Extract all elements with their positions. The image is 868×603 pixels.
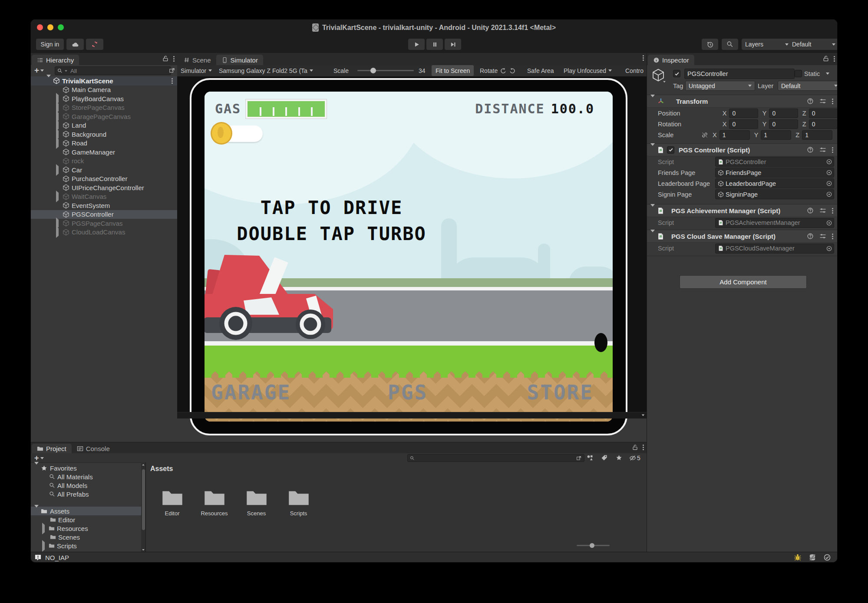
static-caret[interactable] — [826, 72, 829, 75]
add-component-button[interactable]: Add Component — [680, 275, 807, 289]
presets-icon[interactable] — [819, 98, 826, 105]
project-search-input[interactable] — [416, 455, 574, 462]
kebab-menu-icon[interactable] — [832, 234, 833, 239]
slider-handle[interactable] — [590, 543, 594, 548]
hierarchy-item[interactable]: Road — [31, 139, 177, 148]
script-object-field[interactable]: PGSController — [715, 157, 834, 167]
asset-folder[interactable]: Scenes — [235, 487, 277, 517]
create-object-button[interactable]: + — [34, 66, 44, 74]
signin-page-object-field[interactable]: SigninPage — [715, 189, 834, 199]
scale-y-field[interactable]: 1 — [761, 130, 791, 140]
presets-icon[interactable] — [819, 146, 826, 153]
minimize-button[interactable] — [47, 24, 53, 30]
create-asset-button[interactable]: + — [34, 454, 44, 463]
hierarchy-item[interactable]: GameManager — [31, 148, 177, 157]
simulator-mode-dropdown[interactable]: Simulator — [181, 65, 212, 76]
play-unfocused-dropdown[interactable]: Play Unfocused — [564, 65, 612, 76]
search-by-type-icon[interactable] — [587, 455, 593, 461]
tab-console[interactable]: Console — [72, 444, 115, 453]
hierarchy-item[interactable]: Main Camera — [31, 86, 177, 95]
favorites-item[interactable]: All Prefabs — [31, 490, 141, 498]
tree-folder[interactable]: Scenes — [31, 533, 141, 541]
project-search-field[interactable] — [407, 454, 584, 462]
device-dropdown[interactable]: Samsung Galaxy Z Fold2 5G (Ta — [219, 65, 313, 76]
tag-dropdown[interactable]: Untagged — [685, 81, 755, 91]
assets-root-selected[interactable]: Assets — [31, 507, 141, 515]
tab-hierarchy[interactable]: Hierarchy — [32, 55, 79, 65]
kebab-menu-icon[interactable] — [832, 147, 833, 153]
layers-dropdown[interactable]: Layers — [742, 39, 792, 50]
object-picker-icon[interactable] — [826, 220, 832, 226]
scroll-down-icon[interactable] — [642, 415, 644, 416]
position-x-field[interactable]: 0 — [729, 109, 758, 118]
hierarchy-item[interactable]: EventSystem — [31, 201, 177, 210]
fit-to-screen-button[interactable]: Fit to Screen — [432, 65, 474, 76]
asset-folder[interactable]: Resources — [193, 487, 235, 517]
icon-picker-caret[interactable] — [663, 81, 666, 83]
zoom-button[interactable] — [58, 24, 64, 30]
store-button[interactable]: STORE — [527, 381, 594, 404]
lock-icon[interactable] — [632, 444, 638, 451]
hierarchy-item[interactable]: Land — [31, 121, 177, 130]
search-button[interactable] — [722, 39, 738, 50]
help-icon[interactable] — [807, 207, 814, 214]
active-checkbox[interactable] — [673, 70, 680, 77]
object-picker-icon[interactable] — [826, 245, 832, 252]
tab-scene[interactable]: Scene — [178, 55, 216, 65]
transform-header[interactable]: Transform — [647, 95, 837, 108]
hierarchy-item[interactable]: GaragePageCanvas — [31, 112, 177, 121]
layer-dropdown[interactable]: Default — [778, 81, 837, 91]
tree-folder[interactable]: Editor — [31, 515, 141, 524]
help-icon[interactable] — [807, 146, 814, 153]
favorites-star-icon[interactable] — [616, 455, 622, 461]
rotate-left-icon[interactable] — [500, 67, 507, 74]
lock-icon[interactable] — [822, 55, 829, 62]
favorites-root[interactable]: Favorites — [31, 464, 141, 472]
kebab-menu-icon[interactable] — [643, 445, 644, 450]
kebab-menu-icon[interactable] — [173, 56, 175, 62]
hierarchy-item[interactable]: StorePageCanvas — [31, 103, 177, 112]
hierarchy-item[interactable]: rock — [31, 157, 177, 166]
scale-x-field[interactable]: 1 — [719, 130, 750, 140]
horizontal-scrollbar[interactable] — [177, 412, 647, 418]
version-control-button[interactable] — [86, 39, 103, 50]
kebab-menu-icon[interactable] — [834, 56, 835, 62]
game-screen[interactable]: GAS DISTANCE100.0 TAP TO DRIVE DOUBLE TA… — [205, 92, 613, 422]
hierarchy-search-input[interactable] — [69, 67, 168, 75]
hierarchy-item[interactable]: Background — [31, 130, 177, 139]
kebab-menu-icon[interactable] — [832, 208, 833, 214]
debugger-bug-icon[interactable] — [794, 554, 802, 561]
asset-folder[interactable]: Scripts — [277, 487, 320, 517]
position-y-field[interactable]: 0 — [769, 109, 798, 118]
close-button[interactable] — [37, 24, 43, 30]
scrollbar-thumb[interactable] — [142, 469, 145, 530]
tree-folder[interactable]: Scripts — [31, 541, 141, 550]
favorites-item[interactable]: All Materials — [31, 472, 141, 481]
asset-folder[interactable]: Editor — [151, 487, 193, 517]
static-checkbox[interactable] — [795, 70, 802, 77]
script-object-field[interactable]: PGSCloudSaveManager — [715, 244, 834, 254]
cache-server-icon[interactable] — [809, 554, 816, 561]
favorites-item[interactable]: All Models — [31, 481, 141, 490]
hierarchy-item-selected[interactable]: PGSController — [31, 210, 177, 219]
rotation-y-field[interactable]: 0 — [769, 119, 798, 129]
object-picker-icon[interactable] — [826, 158, 832, 165]
tree-scrollbar[interactable] — [141, 462, 145, 552]
gameobject-cube-icon[interactable] — [651, 68, 665, 82]
kebab-menu-icon[interactable] — [643, 55, 644, 61]
control-dropdown[interactable]: Contro — [625, 65, 644, 76]
hierarchy-item[interactable]: PGSPageCanvas — [31, 219, 177, 228]
pgs-achievement-header[interactable]: PGS Achievement Manager (Script) — [647, 204, 837, 217]
hierarchy-item[interactable]: UIPriceChangeController — [31, 183, 177, 192]
hierarchy-item[interactable]: PlayBoardCanvas — [31, 94, 177, 103]
object-picker-icon[interactable] — [826, 180, 832, 187]
rotation-z-field[interactable]: 0 — [809, 119, 837, 129]
status-message[interactable]: NO_IAP — [45, 554, 69, 561]
friends-page-object-field[interactable]: FriendsPage — [715, 168, 834, 178]
hidden-packages-toggle[interactable]: 5 — [629, 455, 640, 461]
slider-handle[interactable] — [370, 68, 376, 73]
tab-inspector[interactable]: Inspector — [648, 55, 694, 65]
help-icon[interactable] — [807, 233, 814, 240]
hierarchy-item[interactable]: CloudLoadCanvas — [31, 228, 177, 237]
script-object-field[interactable]: PGSAchievementManager — [715, 218, 834, 228]
